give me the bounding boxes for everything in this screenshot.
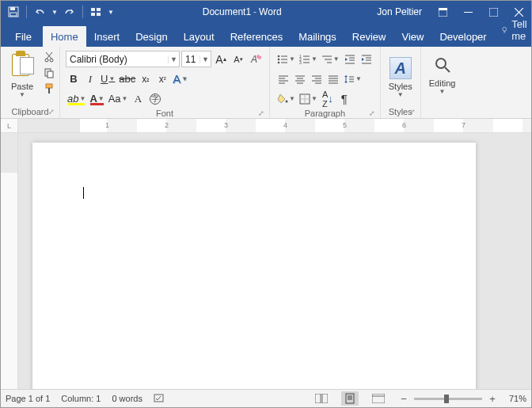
- show-hide-marks-icon[interactable]: ¶: [336, 90, 352, 107]
- zoom-thumb[interactable]: [444, 395, 449, 403]
- zoom-out-icon[interactable]: −: [398, 393, 409, 404]
- tab-mailings[interactable]: Mailings: [291, 26, 344, 47]
- font-family-combo[interactable]: Calibri (Body)▼: [66, 51, 180, 67]
- underline-button[interactable]: U▼: [99, 71, 116, 87]
- chevron-down-icon[interactable]: ▼: [200, 55, 211, 63]
- zoom-in-icon[interactable]: +: [487, 393, 498, 404]
- styles-launcher-icon[interactable]: ⤢: [409, 108, 416, 116]
- editing-label: Editing: [429, 78, 456, 88]
- svg-text:A: A: [250, 54, 257, 65]
- redo-icon[interactable]: [62, 4, 78, 20]
- bullets-icon[interactable]: ▼: [276, 51, 297, 67]
- paragraph-launcher-icon[interactable]: ⤢: [369, 109, 375, 117]
- grow-font-icon[interactable]: A▴: [213, 51, 229, 67]
- strikethrough-button[interactable]: abc: [117, 71, 137, 87]
- tab-references[interactable]: References: [222, 26, 291, 47]
- clipboard-launcher-icon[interactable]: ⤢: [48, 108, 55, 116]
- numbering-icon[interactable]: 123▼: [298, 51, 319, 67]
- shrink-font-icon[interactable]: A▾: [230, 51, 246, 67]
- horizontal-ruler[interactable]: L 1234567: [1, 119, 531, 133]
- paste-button[interactable]: Paste ▼: [4, 48, 40, 101]
- undo-icon[interactable]: [32, 4, 48, 20]
- save-icon[interactable]: [6, 4, 21, 20]
- group-editing: Editing ▼: [421, 47, 464, 118]
- web-layout-icon[interactable]: [370, 391, 387, 406]
- decrease-indent-icon[interactable]: [342, 51, 358, 67]
- multilevel-list-icon[interactable]: ▼: [320, 51, 341, 67]
- tab-selector-icon[interactable]: L: [1, 119, 18, 132]
- tab-developer[interactable]: Developer: [431, 26, 494, 47]
- undo-dropdown-icon[interactable]: ▼: [51, 4, 59, 20]
- highlight-color-icon[interactable]: ab▼: [66, 90, 87, 107]
- subscript-button[interactable]: x: [138, 71, 154, 87]
- page-indicator[interactable]: Page 1 of 1: [6, 394, 50, 403]
- svg-rect-6: [97, 13, 101, 16]
- borders-icon[interactable]: ▼: [298, 90, 319, 107]
- format-painter-icon[interactable]: [42, 82, 56, 96]
- svg-rect-10: [489, 8, 498, 17]
- editing-button[interactable]: Editing ▼: [424, 48, 461, 101]
- styles-dropdown-icon[interactable]: ▼: [397, 91, 404, 98]
- group-styles: A Styles ▼ Styles⤢: [381, 47, 421, 118]
- read-mode-icon[interactable]: [313, 391, 330, 406]
- zoom-track[interactable]: [414, 398, 482, 400]
- align-center-icon[interactable]: [292, 71, 308, 87]
- shading-icon[interactable]: ▼: [276, 90, 297, 107]
- line-spacing-icon[interactable]: ▼: [342, 71, 363, 87]
- word-count[interactable]: 0 words: [112, 394, 142, 403]
- chevron-down-icon[interactable]: ▼: [168, 55, 179, 63]
- superscript-button[interactable]: x: [154, 71, 170, 87]
- paste-dropdown-icon[interactable]: ▼: [19, 91, 25, 98]
- tab-file[interactable]: File: [4, 26, 43, 47]
- user-name[interactable]: Jon Peltier: [377, 6, 422, 17]
- svg-rect-79: [315, 394, 321, 403]
- text-cursor: [83, 187, 84, 199]
- svg-rect-3: [91, 8, 95, 11]
- character-shading-icon[interactable]: A: [131, 90, 146, 107]
- italic-button[interactable]: I: [82, 71, 98, 87]
- tab-layout[interactable]: Layout: [176, 26, 222, 47]
- tab-home[interactable]: Home: [43, 26, 86, 47]
- bold-button[interactable]: B: [66, 71, 82, 87]
- editing-dropdown-icon[interactable]: ▼: [439, 88, 446, 95]
- zoom-slider[interactable]: − +: [398, 393, 498, 404]
- justify-icon[interactable]: [325, 71, 341, 87]
- vertical-ruler[interactable]: [1, 133, 18, 389]
- svg-point-31: [278, 58, 280, 60]
- tab-review[interactable]: Review: [344, 26, 394, 47]
- styles-label: Styles: [389, 82, 412, 91]
- document-page[interactable]: [32, 143, 476, 389]
- tab-design[interactable]: Design: [127, 26, 175, 47]
- spell-check-icon[interactable]: [154, 393, 166, 404]
- increase-indent-icon[interactable]: [359, 51, 374, 67]
- sort-icon[interactable]: AZ↓: [320, 90, 336, 107]
- qat-more-icon[interactable]: ▼: [107, 4, 115, 20]
- svg-point-20: [50, 59, 53, 62]
- text-effects-icon[interactable]: A▼: [171, 71, 189, 87]
- font-size-combo[interactable]: 11▼: [181, 51, 211, 67]
- tab-insert[interactable]: Insert: [86, 26, 128, 47]
- enclose-characters-icon[interactable]: 字: [147, 90, 163, 107]
- copy-icon[interactable]: [42, 66, 56, 80]
- column-indicator[interactable]: Column: 1: [61, 394, 101, 403]
- find-icon: [431, 54, 454, 76]
- svg-line-21: [46, 52, 51, 59]
- change-case-icon[interactable]: Aa▼: [107, 90, 130, 107]
- font-color-icon[interactable]: A▼: [88, 90, 105, 107]
- ribbon: Paste ▼ Clipboard⤢ Calibri (Body)▼ 11▼ A…: [1, 47, 531, 119]
- align-left-icon[interactable]: [276, 71, 291, 87]
- tell-me-search[interactable]: Tell me: [495, 18, 532, 47]
- font-launcher-icon[interactable]: ⤢: [258, 109, 264, 117]
- page-viewport[interactable]: [18, 133, 531, 389]
- clear-formatting-icon[interactable]: A: [248, 51, 264, 67]
- cut-icon[interactable]: [42, 50, 56, 64]
- ribbon-display-options-icon[interactable]: [430, 1, 455, 23]
- paste-icon: [9, 51, 36, 79]
- print-layout-icon[interactable]: [341, 391, 359, 406]
- qat-customize-icon[interactable]: [88, 4, 104, 20]
- align-right-icon[interactable]: [309, 71, 325, 87]
- tab-view[interactable]: View: [393, 26, 431, 47]
- zoom-level[interactable]: 71%: [509, 394, 526, 403]
- minimize-icon[interactable]: [455, 1, 481, 23]
- styles-button[interactable]: A Styles ▼: [384, 51, 417, 104]
